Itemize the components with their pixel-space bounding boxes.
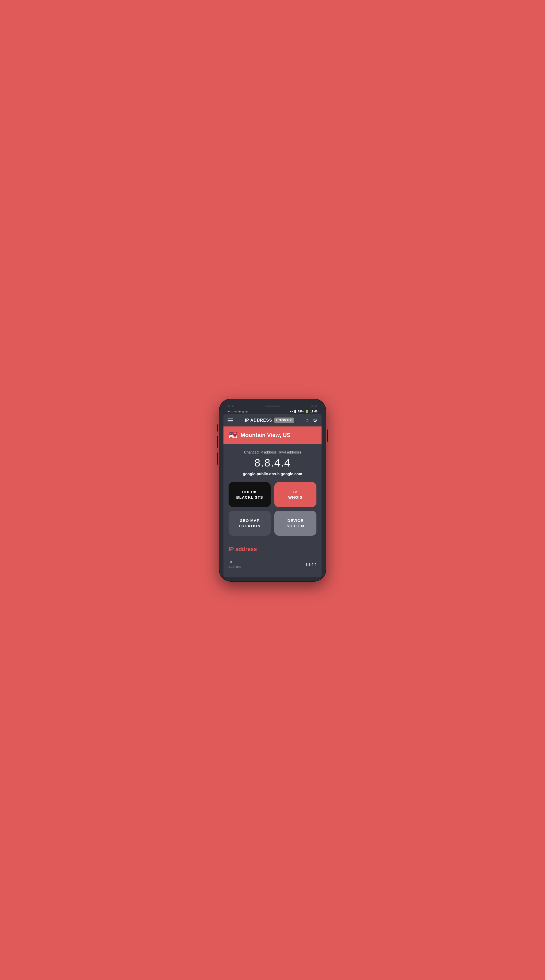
sensor-area [311, 405, 317, 407]
ip-value: 8.8.4.4 [306, 563, 316, 566]
hostname-display: google-public-dns-b.google.com [229, 472, 316, 476]
signal-icon: ▊ [295, 410, 296, 413]
insta-icon2: ◎ [245, 410, 248, 413]
photo-icon: 📷 [234, 410, 237, 413]
camera-area [228, 405, 234, 407]
phone-notch [223, 403, 322, 409]
ip-address-display: 8.8.4.4 [229, 457, 316, 469]
dot2 [232, 405, 234, 407]
dot4 [315, 405, 317, 407]
clock: 19:46 [310, 410, 317, 413]
device-screen-button[interactable]: DEVICESCREEN [274, 511, 316, 536]
status-right-info: ▾▾ ▊ 51% 🔋 19:46 [290, 410, 317, 413]
phone-screen: IP ADDRESS LOOKUP ⌂ ⚙ 🇺🇸 Mountain View, … [223, 414, 322, 577]
status-left-icons: ✉ ⚠ 📷 🐦 ◎ ◎ [228, 410, 248, 413]
settings-icon[interactable]: ⚙ [313, 417, 317, 423]
nav-bar: IP ADDRESS LOOKUP ⌂ ⚙ [223, 414, 322, 426]
status-bar: ✉ ⚠ 📷 🐦 ◎ ◎ ▾▾ ▊ 51% 🔋 19:46 [223, 409, 322, 414]
mail-icon: ✉ [228, 410, 229, 413]
action-buttons: CHECKBLACKLISTS IPWHOIS GEO MAPLOCATION … [229, 482, 316, 536]
volume-down-button [217, 452, 218, 465]
phone-device: ✉ ⚠ 📷 🐦 ◎ ◎ ▾▾ ▊ 51% 🔋 19:46 IP ADDRESS [219, 399, 326, 582]
silent-button [217, 424, 218, 432]
insta-icon1: ◎ [242, 410, 244, 413]
info-section: IP address IPaddress 8.8.4.4 [223, 546, 322, 577]
info-row-ip: IPaddress 8.8.4.4 [229, 558, 316, 571]
speaker [265, 406, 280, 407]
nav-title-text: IP ADDRESS [245, 418, 272, 423]
twitter-icon: 🐦 [238, 410, 241, 413]
ip-subtitle: Changed IP address (IPv4 address) [229, 450, 316, 454]
ip-whois-button[interactable]: IPWHOIS [274, 482, 316, 507]
hamburger-line1 [228, 418, 233, 419]
hamburger-line3 [228, 422, 233, 422]
power-button [327, 429, 328, 442]
hamburger-menu[interactable] [228, 418, 233, 422]
nav-icons: ⌂ ⚙ [306, 417, 317, 423]
check-blacklists-button[interactable]: CHECKBLACKLISTS [229, 482, 271, 507]
home-icon[interactable]: ⌂ [306, 417, 309, 423]
location-banner: 🇺🇸 Mountain View, US [223, 426, 322, 444]
country-flag: 🇺🇸 [229, 431, 237, 439]
nav-title-badge: LOOKUP [274, 417, 294, 423]
location-text: Mountain View, US [241, 432, 291, 438]
volume-up-button [217, 436, 218, 449]
dot3 [311, 405, 313, 407]
battery-percent: 51% [298, 410, 304, 413]
hamburger-line2 [228, 420, 233, 421]
geo-map-button[interactable]: GEO MAPLOCATION [229, 511, 271, 536]
main-content: Changed IP address (IPv4 address) 8.8.4.… [223, 444, 322, 546]
wifi-icon: ▾▾ [290, 410, 293, 413]
battery-icon: 🔋 [305, 410, 309, 413]
section-title: IP address [229, 546, 316, 552]
dot1 [228, 405, 230, 407]
alert-icon: ⚠ [231, 410, 233, 413]
ip-label: IPaddress [229, 560, 241, 569]
nav-title-area: IP ADDRESS LOOKUP [245, 417, 294, 423]
section-divider [229, 555, 316, 555]
